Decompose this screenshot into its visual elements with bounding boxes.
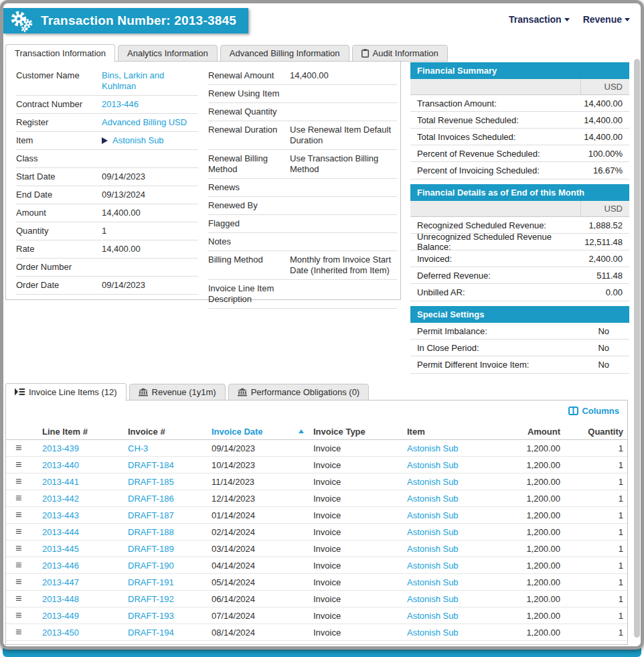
- quantity-cell: 1: [560, 494, 623, 504]
- item-link[interactable]: Astonish Sub: [407, 611, 501, 621]
- item-link[interactable]: Astonish Sub: [407, 594, 501, 604]
- item-link[interactable]: Astonish Sub: [407, 443, 501, 453]
- tab-performance-obligations[interactable]: Performance Obligations (0): [228, 384, 370, 400]
- drag-handle-icon[interactable]: ≡: [11, 576, 21, 587]
- invoice-link[interactable]: DRAFT-186: [128, 494, 212, 504]
- invoice-link[interactable]: DRAFT-191: [128, 577, 212, 587]
- field-value-text[interactable]: 14,400.00: [102, 208, 141, 218]
- col-header-line-item[interactable]: Line Item #: [42, 427, 128, 437]
- amount-cell: 1,200.00: [501, 544, 560, 554]
- play-expand-icon[interactable]: [102, 137, 108, 144]
- col-header-invoice-type[interactable]: Invoice Type: [313, 427, 407, 437]
- drag-handle-icon[interactable]: ≡: [11, 542, 21, 554]
- invoice-link[interactable]: DRAFT-185: [128, 477, 212, 487]
- item-link[interactable]: Astonish Sub: [407, 460, 501, 470]
- col-header-quantity[interactable]: Quantity: [560, 427, 623, 437]
- transaction-menu[interactable]: Transaction: [509, 14, 570, 25]
- drag-handle-icon[interactable]: ≡: [11, 476, 21, 487]
- invoice-link[interactable]: DRAFT-187: [128, 510, 212, 520]
- invoice-link[interactable]: DRAFT-189: [128, 544, 212, 554]
- drag-handle-icon[interactable]: ≡: [11, 492, 21, 504]
- col-header-amount[interactable]: Amount: [501, 427, 560, 437]
- drag-handle-icon[interactable]: ≡: [11, 593, 21, 604]
- line-item-link[interactable]: 2013-446: [42, 561, 128, 571]
- field-row: Start Date 09/14/2023: [16, 168, 198, 186]
- line-item-link[interactable]: 2013-450: [42, 628, 128, 638]
- tab-revenue[interactable]: Revenue (1y1m): [129, 384, 226, 400]
- drag-handle-icon[interactable]: ≡: [11, 442, 21, 453]
- line-item-link[interactable]: 2013-449: [42, 611, 128, 621]
- columns-icon: [568, 407, 578, 415]
- field-value-text[interactable]: 09/14/2023: [102, 171, 145, 181]
- line-item-link[interactable]: 2013-447: [42, 577, 128, 587]
- col-header-item[interactable]: Item: [407, 427, 501, 437]
- tab-audit-information[interactable]: Audit Information: [352, 45, 448, 62]
- columns-button-label: Columns: [582, 406, 619, 416]
- line-item-link[interactable]: 2013-441: [42, 477, 128, 487]
- vertical-scrollbar[interactable]: [634, 59, 640, 638]
- invoice-link[interactable]: DRAFT-184: [128, 460, 212, 470]
- field-value-text[interactable]: Advanced Billing USD: [102, 117, 187, 127]
- line-item-link[interactable]: 2013-442: [42, 494, 128, 504]
- field-value: Use Renewal Item Default Duration: [290, 125, 397, 146]
- summary-row: Total Invoices Scheduled: 14,400.00: [410, 129, 629, 145]
- setting-row: In Close Period: No: [410, 340, 629, 356]
- field-value-text[interactable]: 09/13/2024: [102, 190, 145, 200]
- field-value-text[interactable]: Astonish Sub: [112, 135, 164, 145]
- col-header-invoice-date[interactable]: Invoice Date: [212, 427, 313, 437]
- line-item-link[interactable]: 2013-439: [42, 443, 128, 453]
- drag-handle-icon[interactable]: ≡: [11, 509, 21, 520]
- line-item-link[interactable]: 2013-444: [42, 527, 128, 537]
- field-value-text[interactable]: Bins, Larkin and Kuhlman: [102, 70, 164, 91]
- line-item-link[interactable]: 2013-448: [42, 594, 128, 604]
- field-value-text[interactable]: 14,400.00: [102, 244, 141, 254]
- drag-handle-icon[interactable]: ≡: [11, 559, 21, 571]
- item-link[interactable]: Astonish Sub: [407, 494, 501, 504]
- invoice-link[interactable]: DRAFT-194: [128, 628, 212, 638]
- revenue-menu[interactable]: Revenue: [583, 14, 630, 25]
- field-value-text[interactable]: 1: [102, 226, 106, 236]
- line-item-link[interactable]: 2013-440: [42, 460, 128, 470]
- item-link[interactable]: Astonish Sub: [407, 544, 501, 554]
- field-row: Quantity 1: [16, 222, 198, 240]
- drag-handle-icon[interactable]: ≡: [11, 626, 21, 638]
- field-value: 09/13/2024: [102, 190, 198, 200]
- currency-label: USD: [605, 82, 623, 92]
- tab-invoice-line-items[interactable]: Invoice Line Items (12): [5, 383, 127, 401]
- field-value-text[interactable]: 09/14/2023: [102, 280, 145, 290]
- tab-advanced-billing-information[interactable]: Advanced Billing Information: [220, 45, 349, 62]
- drag-handle-icon[interactable]: ≡: [11, 526, 21, 537]
- invoice-link[interactable]: DRAFT-193: [128, 611, 212, 621]
- col-header-invoice[interactable]: Invoice #: [128, 427, 212, 437]
- quantity-cell: 1: [560, 443, 623, 453]
- invoice-link[interactable]: CH-3: [128, 443, 212, 453]
- invoice-link[interactable]: DRAFT-192: [128, 594, 212, 604]
- drag-handle-icon[interactable]: ≡: [11, 459, 21, 470]
- amount-cell: 1,200.00: [501, 611, 560, 621]
- invoice-link[interactable]: DRAFT-190: [128, 561, 212, 571]
- item-link[interactable]: Astonish Sub: [407, 527, 501, 537]
- invoice-date-cell: 07/14/2024: [212, 611, 313, 621]
- tab-analytics-information[interactable]: Analytics Information: [118, 45, 218, 62]
- line-item-link[interactable]: 2013-443: [42, 510, 128, 520]
- item-link[interactable]: Astonish Sub: [407, 561, 501, 571]
- quantity-cell: 1: [560, 510, 623, 520]
- field-value-text[interactable]: 2013-446: [102, 99, 139, 109]
- item-link[interactable]: Astonish Sub: [407, 577, 501, 587]
- item-link[interactable]: Astonish Sub: [407, 477, 501, 487]
- item-link[interactable]: Astonish Sub: [407, 510, 501, 520]
- drag-handle-icon[interactable]: ≡: [11, 609, 21, 621]
- row-value: 100.00%: [588, 149, 623, 159]
- field-value: 09/14/2023: [102, 171, 198, 182]
- tab-transaction-information[interactable]: Transaction Information: [5, 44, 115, 62]
- columns-button[interactable]: Columns: [568, 406, 619, 416]
- line-item-link[interactable]: 2013-445: [42, 544, 128, 554]
- field-label: Item: [16, 135, 102, 146]
- invoice-link[interactable]: DRAFT-188: [128, 527, 212, 537]
- table-row: ≡ 2013-447 DRAFT-191 05/14/2024 Invoice …: [6, 574, 627, 591]
- field-label: Billing Method: [208, 254, 290, 265]
- table-body: ≡ 2013-439 CH-3 09/14/2023 Invoice Aston…: [6, 440, 627, 641]
- transaction-details-panel: Customer Name Bins, Larkin and Kuhlman C…: [5, 61, 401, 300]
- currency-header-row: USD: [410, 79, 629, 95]
- item-link[interactable]: Astonish Sub: [407, 628, 501, 638]
